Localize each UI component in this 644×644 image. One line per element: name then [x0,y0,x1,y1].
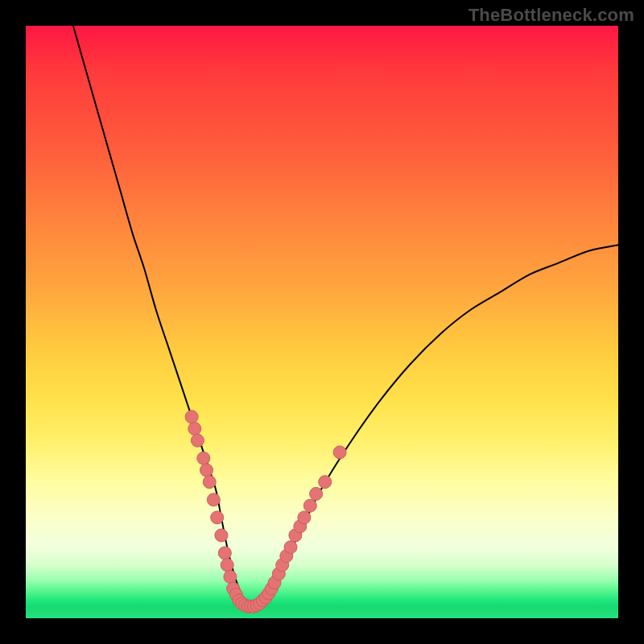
data-point [207,493,220,506]
data-point [218,547,231,559]
data-point [197,452,210,464]
data-point [310,487,323,500]
data-point [284,541,297,554]
data-point [211,511,224,524]
data-point [298,511,311,524]
data-point [188,423,201,436]
data-point [221,559,233,572]
data-point [224,571,237,584]
data-point [200,464,213,477]
data-point [215,529,228,542]
data-point [333,446,346,459]
chart-svg [26,26,618,618]
bottleneck-curve [73,26,618,607]
data-point [191,434,204,447]
chart-frame: TheBottleneck.com [0,0,644,644]
plot-area [26,26,618,618]
data-point [303,499,316,512]
data-markers [185,411,346,613]
data-point [319,476,332,489]
watermark-text: TheBottleneck.com [469,5,634,26]
data-point [203,476,216,489]
data-point [185,411,198,423]
